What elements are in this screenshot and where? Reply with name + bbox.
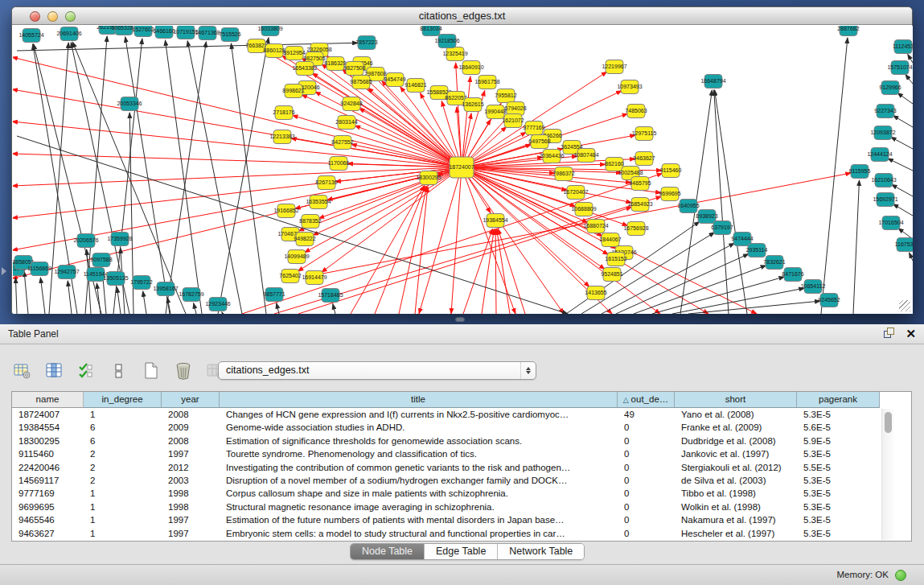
graph-node[interactable]: 1112453: [893, 40, 913, 54]
panel-collapse-arrow-icon[interactable]: [2, 267, 6, 275]
graph-node[interactable]: 7857223: [355, 36, 377, 50]
graph-node[interactable]: 9699695: [659, 187, 680, 201]
graph-node[interactable]: 17016504: [878, 216, 903, 230]
graph-node[interactable]: 8878352: [299, 215, 321, 229]
table-row[interactable]: 1456911722003Disruption of a novel membe…: [12, 474, 911, 487]
graph-node[interactable]: 9227343: [874, 105, 896, 118]
graph-node[interactable]: 9465795: [629, 177, 651, 191]
table-row[interactable]: 1872400712008Changes of HCN gene express…: [12, 408, 911, 421]
graph-node[interactable]: 20206576: [73, 234, 98, 248]
graph-node[interactable]: 2718176: [273, 106, 294, 120]
graph-node[interactable]: 14099489: [284, 250, 309, 264]
column-header-year[interactable]: year: [162, 392, 220, 408]
graph-node[interactable]: 9463627: [633, 152, 655, 166]
graph-node[interactable]: 12219967: [602, 60, 626, 74]
graph-node[interactable]: 19166852: [273, 204, 298, 218]
graph-node[interactable]: 8860128: [263, 44, 285, 58]
graph-node[interactable]: 16961758: [474, 76, 499, 89]
vertical-scrollbar[interactable]: [881, 409, 894, 540]
graph-node[interactable]: 1621072: [502, 114, 524, 128]
memory-status-indicator[interactable]: [895, 570, 906, 581]
graph-node[interactable]: 11156869: [27, 262, 51, 276]
graph-node[interactable]: 12325419: [442, 47, 467, 61]
graph-node[interactable]: 8912954: [283, 47, 305, 60]
graph-node[interactable]: 7515526: [219, 28, 240, 42]
graph-node[interactable]: 16756928: [623, 222, 648, 236]
graph-node[interactable]: 1795722: [130, 276, 152, 290]
graph-node[interactable]: 8471676: [782, 268, 803, 282]
graph-node[interactable]: 12093872: [870, 126, 895, 140]
graph-node[interactable]: 1170066: [328, 157, 350, 171]
graph-node[interactable]: 8427552: [331, 136, 353, 150]
graph-node[interactable]: 10973493: [617, 80, 642, 94]
graph-node[interactable]: 19384554: [483, 214, 507, 228]
graph-node[interactable]: 2887682: [837, 26, 859, 36]
graph-node[interactable]: 1844067: [599, 233, 621, 247]
graph-node[interactable]: 2803144: [335, 116, 357, 130]
graph-node[interactable]: 16033809: [257, 26, 282, 36]
graph-node[interactable]: 13505135: [103, 272, 128, 286]
graph-node[interactable]: 14671368: [195, 27, 220, 40]
graph-node[interactable]: 7485063: [625, 105, 647, 118]
column-header-short[interactable]: short: [675, 392, 797, 408]
split-pane-handle[interactable]: [455, 317, 465, 322]
tab-node-table[interactable]: Node Table: [351, 544, 425, 559]
graph-node[interactable]: 16782759: [179, 288, 203, 302]
graph-node[interactable]: 15751074: [887, 61, 912, 75]
graph-node[interactable]: 17359928: [107, 233, 132, 246]
graph-node[interactable]: 10688809: [571, 203, 596, 216]
graph-node[interactable]: 20053346: [117, 97, 142, 111]
graph-node[interactable]: 1413655: [585, 286, 606, 300]
graph-node[interactable]: 13958167: [153, 282, 178, 296]
graph-node[interactable]: 6794028: [504, 102, 526, 116]
graph-node[interactable]: 9857771: [263, 288, 285, 302]
graph-node[interactable]: 18724007: [449, 157, 474, 178]
graph-node[interactable]: 12923446: [205, 298, 230, 311]
table-row[interactable]: 977716911998Corpus callosum shape and si…: [12, 487, 911, 500]
graph-node[interactable]: 15692971: [873, 193, 897, 207]
graph-node[interactable]: 9146821: [405, 79, 426, 93]
scrollbar-thumb[interactable]: [885, 412, 892, 433]
graph-node[interactable]: 9777169: [523, 122, 544, 135]
graph-node[interactable]: 16210643: [871, 174, 896, 187]
graph-node[interactable]: 1362615: [462, 98, 483, 112]
float-panel-icon[interactable]: [884, 328, 896, 340]
graph-node[interactable]: 20691406: [56, 27, 81, 41]
graph-node[interactable]: 6379197: [711, 221, 733, 235]
graph-node[interactable]: 12975115: [632, 127, 657, 141]
graph-node[interactable]: 8813034: [420, 26, 441, 36]
row-height-icon[interactable]: [108, 360, 130, 381]
delete-table-icon[interactable]: [172, 360, 195, 381]
graph-node[interactable]: 16854923: [627, 198, 652, 212]
graph-node[interactable]: 16648794: [700, 75, 725, 89]
graph-node[interactable]: 9827508: [343, 62, 365, 76]
graph-node[interactable]: 9245652: [818, 294, 840, 307]
table-row[interactable]: 946554611997Estimation of the future num…: [12, 513, 911, 526]
graph-node[interactable]: 7986372: [552, 167, 574, 181]
graph-node[interactable]: 1990448: [484, 105, 506, 119]
column-header-in_degree[interactable]: in_degree: [84, 392, 162, 408]
graph-node[interactable]: 9875685: [350, 76, 372, 89]
graph-node[interactable]: 12213383: [269, 130, 294, 144]
table-row[interactable]: 969969511998Structural magnetic resonanc…: [12, 501, 911, 513]
graph-node[interactable]: 10654112: [801, 280, 826, 294]
graph-node[interactable]: 16720407: [563, 186, 588, 200]
graph-node[interactable]: 16880724: [583, 220, 608, 233]
graph-node[interactable]: 16914479: [302, 271, 326, 285]
graph-node[interactable]: 18300295: [416, 171, 441, 185]
graph-node[interactable]: 1640955: [677, 200, 699, 213]
graph-node[interactable]: 9097588: [90, 253, 112, 267]
graph-node[interactable]: 9115460: [660, 164, 682, 178]
table-row[interactable]: 911546021997Tourette syndrome. Phenomeno…: [12, 447, 911, 460]
graph-node[interactable]: 9242848: [340, 97, 362, 111]
table-row[interactable]: 1830029562008Estimation of significance …: [12, 435, 911, 447]
tab-network-table[interactable]: Network Table: [498, 544, 584, 559]
column-header-pagerank[interactable]: pagerank: [797, 392, 880, 408]
graph-node[interactable]: 9129966: [879, 81, 901, 95]
window-titlebar[interactable]: citations_edges.txt: [12, 7, 912, 25]
graph-node[interactable]: 15718485: [318, 289, 343, 303]
graph-node[interactable]: 6466160: [153, 26, 175, 39]
graph-node[interactable]: 1615152: [605, 253, 626, 266]
graph-node[interactable]: 862160: [605, 158, 623, 171]
graph-node[interactable]: 7832621: [763, 256, 785, 270]
